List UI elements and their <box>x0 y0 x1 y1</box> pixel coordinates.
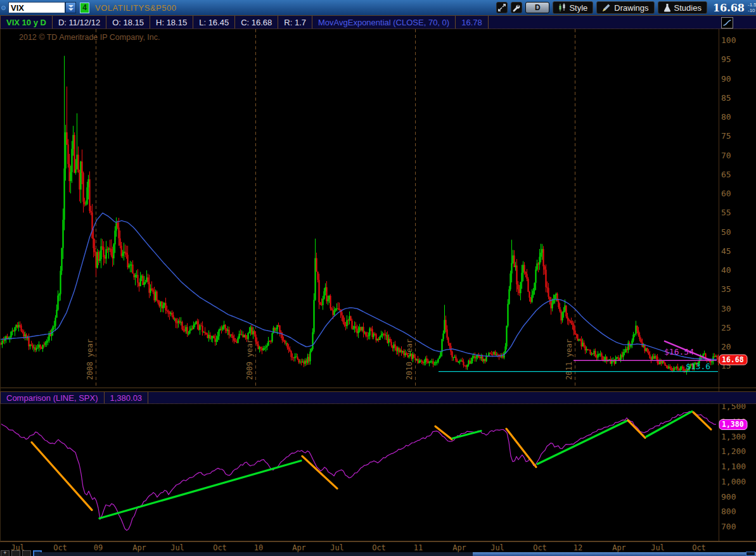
horizontal-scrollbar-track[interactable] <box>39 552 756 556</box>
scroll-to-end-button[interactable] <box>746 552 755 556</box>
svg-text:25: 25 <box>721 323 731 332</box>
time-axis-label: Oct <box>372 543 386 552</box>
comparison-label[interactable]: Comparison (LINE, SPX) <box>0 392 105 403</box>
candlestick-icon <box>558 3 566 12</box>
svg-text:1,000: 1,000 <box>721 477 746 486</box>
time-axis-label: 11 <box>414 543 423 552</box>
symbol-input[interactable]: VIX <box>8 2 65 13</box>
time-axis-label: Jul <box>170 543 184 552</box>
vix-range-field: R: 1.7 <box>278 16 312 28</box>
svg-text:700: 700 <box>721 522 736 531</box>
detach-icon[interactable] <box>496 2 508 13</box>
vix-low-field: L: 16.45 <box>193 16 235 28</box>
top-toolbar: VIX 4 VOLATILITYS&P500 D <box>0 0 756 15</box>
svg-text:1,500: 1,500 <box>721 404 746 411</box>
svg-text:30: 30 <box>721 304 731 313</box>
svg-text:2010 year: 2010 year <box>405 339 414 380</box>
svg-text:2011 year: 2011 year <box>565 339 573 380</box>
svg-text:85: 85 <box>721 93 731 103</box>
time-axis-label: Jul <box>330 543 344 552</box>
expand-arrows-icon <box>497 3 506 12</box>
pencil-icon <box>602 3 611 12</box>
vix-title: VIX 10 y D <box>0 16 53 28</box>
symbol-flag-badge[interactable]: 4 <box>80 3 89 13</box>
time-axis: JulOct09AprJulOct10AprJulOct11AprJulOct1… <box>0 541 756 556</box>
s-curve-icon <box>722 18 732 27</box>
svg-text:$16.54: $16.54 <box>664 347 694 357</box>
spx-comparison-chart[interactable]: 1,5001,4001,3001,2001,1001,0009008007001… <box>0 404 756 541</box>
time-axis-label: 12 <box>573 543 582 552</box>
time-axis-label: Apr <box>452 543 466 552</box>
status-dot <box>1 6 6 10</box>
symbol-input-group[interactable]: VIX <box>8 2 76 13</box>
symbol-dropdown-button[interactable] <box>65 2 76 13</box>
time-axis-label: Oct <box>533 543 547 552</box>
svg-text:900: 900 <box>721 492 736 502</box>
svg-text:75: 75 <box>721 131 731 141</box>
vix-open-field: O: 18.15 <box>106 16 150 28</box>
svg-text:16.68: 16.68 <box>722 355 744 364</box>
svg-text:65: 65 <box>721 170 731 179</box>
svg-text:70: 70 <box>721 151 731 160</box>
svg-text:2009 year: 2009 year <box>245 339 254 380</box>
svg-text:$13.6: $13.6 <box>686 362 710 371</box>
drawings-button-label: Drawings <box>614 3 648 13</box>
svg-text:100: 100 <box>721 35 736 45</box>
vix-high-field: H: 18.15 <box>150 16 193 28</box>
horizontal-scrollbar-thumb[interactable] <box>473 552 756 556</box>
svg-text:80: 80 <box>721 112 731 122</box>
settings-wrench-icon[interactable] <box>511 2 522 13</box>
study-value: 16.78 <box>456 16 489 28</box>
vix-chart-header: VIX 10 y D D: 11/12/12 O: 18.15 H: 18.15… <box>0 15 756 29</box>
zoom-out-button[interactable] <box>11 550 20 556</box>
vix-candlestick-chart[interactable]: 2008 year2009 year2010 year2011 year2012… <box>0 29 756 391</box>
style-button-label: Style <box>569 3 587 13</box>
time-axis-label: Apr <box>292 543 306 552</box>
time-axis-label: Oct <box>692 543 706 552</box>
drawings-button[interactable]: Drawings <box>596 1 654 14</box>
time-axis-label: Oct <box>213 543 227 552</box>
pan-mode-button[interactable] <box>22 550 31 556</box>
svg-text:1,380: 1,380 <box>722 420 744 429</box>
svg-text:40: 40 <box>721 265 731 275</box>
time-axis-label: Apr <box>612 543 626 552</box>
svg-text:45: 45 <box>721 246 731 256</box>
time-axis-label: 09 <box>94 543 103 552</box>
toolbar-last-price: 16.68 <box>713 2 745 14</box>
svg-text:800: 800 <box>721 507 736 516</box>
svg-text:2008 year: 2008 year <box>86 339 94 380</box>
svg-text:20: 20 <box>721 342 731 351</box>
svg-text:55: 55 <box>721 208 731 217</box>
zoom-in-button[interactable]: + <box>1 550 10 556</box>
svg-text:95: 95 <box>721 54 731 64</box>
wrench-icon <box>512 3 521 12</box>
svg-text:1,100: 1,100 <box>721 462 746 471</box>
svg-text:90: 90 <box>721 74 731 84</box>
vix-close-field: C: 16.68 <box>235 16 278 28</box>
studies-button-label: Studies <box>674 3 702 13</box>
timeframe-button[interactable]: D <box>525 2 549 13</box>
studies-button[interactable]: Studies <box>658 1 707 14</box>
style-button[interactable]: Style <box>553 1 593 14</box>
flask-icon <box>663 3 671 12</box>
time-axis-label: Oct <box>53 543 67 552</box>
vix-date-field: D: 11/12/12 <box>53 16 106 28</box>
toolbar-change: -1.5-10 <box>748 2 756 13</box>
time-axis-label: Jul <box>651 543 665 552</box>
svg-text:2012 © TD Ameritrade IP Compan: 2012 © TD Ameritrade IP Company, Inc. <box>19 33 160 42</box>
time-axis-label: Jul <box>490 543 504 552</box>
time-axis-label: Apr <box>132 543 146 552</box>
line-style-quick-icon[interactable] <box>721 17 733 28</box>
study-label[interactable]: MovAvgExponential (CLOSE, 70, 0) <box>312 16 456 28</box>
svg-text:35: 35 <box>721 284 731 294</box>
svg-text:1,300: 1,300 <box>721 432 746 441</box>
corner-buttons: + <box>1 550 42 556</box>
svg-text:50: 50 <box>721 227 731 237</box>
svg-text:60: 60 <box>721 189 731 198</box>
comparison-value: 1,380.03 <box>105 392 149 403</box>
comparison-header: Comparison (LINE, SPX) 1,380.03 <box>0 391 756 404</box>
symbol-description: VOLATILITYS&P500 <box>95 3 176 13</box>
time-axis-label: 10 <box>254 543 263 552</box>
svg-text:1,200: 1,200 <box>721 446 746 456</box>
